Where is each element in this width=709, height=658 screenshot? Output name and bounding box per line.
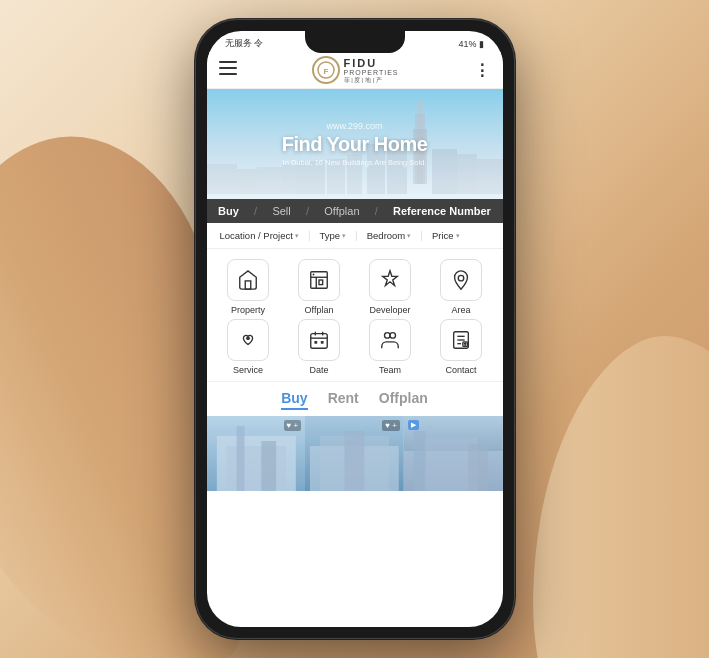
svg-rect-22	[245, 281, 251, 289]
icon-contact-label: Contact	[445, 365, 476, 375]
icon-service-label: Service	[233, 365, 263, 375]
header-menu-dots[interactable]: ⋮	[474, 61, 491, 80]
svg-rect-2	[219, 73, 237, 75]
icon-offplan-label: Offplan	[305, 305, 334, 315]
tab-sell[interactable]: Sell	[264, 205, 298, 217]
svg-rect-59	[468, 444, 488, 491]
icon-date[interactable]: Date	[286, 319, 353, 375]
thumb-1-fav[interactable]: ♥ +	[284, 420, 302, 431]
svg-point-37	[385, 333, 391, 339]
thumb-1[interactable]: ♥ +	[207, 416, 306, 491]
icon-area-label: Area	[451, 305, 470, 315]
hand-right	[506, 319, 709, 658]
icon-offplan[interactable]: Offplan	[286, 259, 353, 315]
filter-location-label: Location / Project	[220, 230, 293, 241]
hero-url: www.299.com	[326, 121, 382, 131]
svg-text:F: F	[323, 67, 328, 76]
search-tabs: Buy / Sell / Offplan / Reference Number	[207, 199, 503, 223]
hero-subtitle: In Dubai, 16 New Buildings Are Being Sol…	[283, 158, 427, 167]
filter-price-label: Price	[432, 230, 454, 241]
thumb-3-badge: ▶	[408, 420, 419, 430]
svg-rect-58	[414, 431, 426, 491]
tab-buy-section[interactable]: Buy	[281, 390, 307, 410]
logo-text: FIDU PROPERTIES 菲 | 度 | 地 | 产	[344, 57, 399, 83]
tab-rent-section[interactable]: Rent	[328, 390, 359, 410]
filter-bedroom[interactable]: Bedroom ▾	[362, 228, 417, 243]
svg-rect-0	[219, 61, 237, 63]
scene: 无服务 令 09:08 41% ▮	[0, 0, 709, 658]
chevron-down-icon: ▾	[342, 232, 346, 240]
svg-rect-26	[319, 280, 323, 285]
bro-tabs: Buy Rent Offplan	[207, 381, 503, 416]
thumb-2[interactable]: ♥ +	[305, 416, 404, 491]
filter-type-label: Type	[320, 230, 341, 241]
hero-text-overlay: www.299.com Find Your Home In Dubai, 16 …	[207, 89, 503, 199]
icon-service[interactable]: Service	[215, 319, 282, 375]
logo-circle: F	[312, 56, 340, 84]
icon-team-label: Team	[379, 365, 401, 375]
filter-type[interactable]: Type ▾	[315, 228, 352, 243]
battery-icon: ▮	[479, 39, 484, 49]
icon-property-label: Property	[231, 305, 265, 315]
filter-location[interactable]: Location / Project ▾	[215, 228, 304, 243]
icon-developer[interactable]: Developer	[357, 259, 424, 315]
svg-rect-48	[226, 446, 285, 491]
thumb-3[interactable]: ▶	[404, 416, 503, 491]
svg-rect-31	[311, 334, 328, 349]
svg-rect-54	[345, 431, 365, 491]
icon-developer-label: Developer	[369, 305, 410, 315]
filter-row: Location / Project ▾ | Type ▾ | Bedroom …	[207, 223, 503, 249]
phone-screen: 无服务 令 09:08 41% ▮	[207, 31, 503, 627]
thumb-2-fav[interactable]: ♥ +	[382, 420, 400, 431]
app-header: F FIDU PROPERTIES 菲 | 度 | 地 | 产 ⋮	[207, 52, 503, 89]
logo: F FIDU PROPERTIES 菲 | 度 | 地 | 产	[312, 56, 399, 84]
phone-notch	[305, 31, 405, 53]
icon-date-label: Date	[309, 365, 328, 375]
status-battery: 41% ▮	[458, 39, 484, 49]
svg-point-38	[390, 333, 396, 339]
svg-rect-36	[321, 341, 324, 344]
logo-properties: PROPERTIES	[344, 69, 399, 77]
filter-bedroom-label: Bedroom	[367, 230, 406, 241]
icon-contact[interactable]: Contact	[428, 319, 495, 375]
svg-rect-49	[236, 426, 244, 491]
tab-buy[interactable]: Buy	[210, 205, 247, 217]
icons-grid: Property Offplan	[207, 249, 503, 381]
chevron-down-icon: ▾	[407, 232, 411, 240]
svg-rect-50	[261, 441, 276, 491]
chevron-down-icon: ▾	[295, 232, 299, 240]
svg-point-30	[246, 336, 250, 340]
tab-offplan[interactable]: Offplan	[316, 205, 367, 217]
status-signal: 无服务 令	[225, 37, 264, 50]
tab-reference-number[interactable]: Reference Number	[385, 205, 499, 217]
icon-area[interactable]: Area	[428, 259, 495, 315]
tab-offplan-section[interactable]: Offplan	[379, 390, 428, 410]
svg-rect-35	[314, 341, 317, 344]
svg-rect-1	[219, 67, 237, 69]
filter-price[interactable]: Price ▾	[427, 228, 465, 243]
logo-fidu: FIDU	[344, 57, 399, 69]
logo-chinese: 菲 | 度 | 地 | 产	[344, 77, 399, 84]
icon-property[interactable]: Property	[215, 259, 282, 315]
thumbnails-row: ♥ +	[207, 416, 503, 491]
chevron-down-icon: ▾	[456, 232, 460, 240]
hero-banner: www.299.com Find Your Home In Dubai, 16 …	[207, 89, 503, 199]
svg-point-29	[458, 275, 464, 281]
hero-title: Find Your Home	[282, 133, 428, 156]
svg-marker-28	[383, 271, 398, 286]
hamburger-icon[interactable]	[219, 61, 237, 79]
icon-team[interactable]: Team	[357, 319, 424, 375]
phone-shell: 无服务 令 09:08 41% ▮	[195, 19, 515, 639]
